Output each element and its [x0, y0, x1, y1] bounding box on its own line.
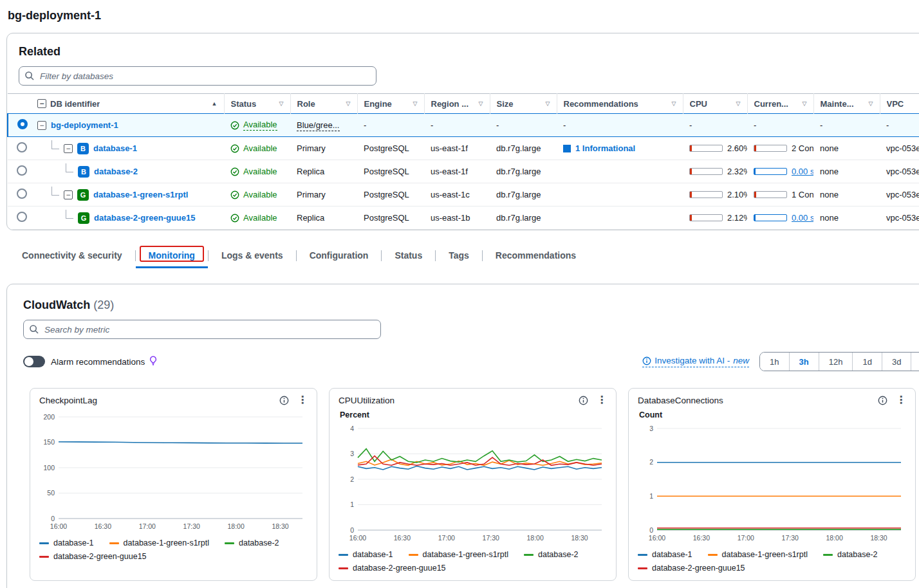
column-filter-icon[interactable]: ▽ — [736, 100, 741, 107]
legend-item: database-1-green-s1rptl — [409, 550, 508, 559]
column-header-vpc[interactable]: VPC — [880, 94, 919, 114]
status-cell: Available — [224, 207, 290, 230]
db-identifier-link[interactable]: database-1 — [93, 143, 137, 153]
column-header-recommendations[interactable]: Recommendations▽ — [557, 94, 683, 114]
tab-recommendations[interactable]: Recommendations — [483, 243, 589, 268]
cpu-gauge — [689, 191, 723, 198]
db-identifier-link[interactable]: database-2 — [94, 167, 138, 176]
radio-button[interactable] — [17, 142, 27, 152]
legend-color-dash — [638, 567, 647, 569]
tab-status[interactable]: Status — [382, 243, 435, 268]
table-row-database-2-green-guue15[interactable]: Gdatabase-2-green-guue15AvailableReplica… — [8, 207, 919, 230]
svg-text:17:00: 17:00 — [438, 534, 455, 542]
time-range-12h[interactable]: 12h — [819, 353, 853, 371]
chart-header: DatabaseConnections⋮ — [638, 395, 906, 405]
column-filter-icon[interactable]: ▽ — [869, 100, 873, 107]
status-cell: Available — [224, 183, 290, 207]
alarm-recommendations-toggle[interactable] — [23, 356, 45, 367]
legend-label: database-2-green-guue15 — [652, 564, 745, 573]
column-header-role[interactable]: Role▽ — [290, 94, 357, 114]
collapse-toggle-icon[interactable]: − — [64, 144, 73, 153]
cloudwatch-heading: CloudWatch (29) — [23, 299, 919, 312]
time-range-1h[interactable]: 1h — [760, 353, 788, 371]
chart-title: CheckpointLag — [39, 396, 97, 405]
time-range-1d[interactable]: 1d — [852, 353, 881, 371]
tab-tags[interactable]: Tags — [436, 243, 482, 268]
sort-ascending-icon[interactable]: ▲ — [212, 100, 218, 107]
svg-text:16:30: 16:30 — [394, 534, 411, 542]
column-filter-icon[interactable]: ▽ — [803, 100, 807, 107]
table-row-database-1[interactable]: −Bdatabase-1AvailablePrimaryPostgreSQLus… — [8, 137, 919, 160]
svg-text:17:30: 17:30 — [183, 522, 200, 530]
column-filter-icon[interactable]: ▽ — [479, 100, 483, 107]
investigate-with-ai-link[interactable]: Investigate with AI - new — [642, 356, 749, 367]
info-icon[interactable] — [279, 396, 289, 405]
sessions-link[interactable]: 0.00 se — [792, 167, 813, 176]
tree-connector-line — [51, 187, 59, 196]
collapse-all-icon[interactable]: − — [37, 99, 46, 108]
menu-dots-icon[interactable]: ⋮ — [597, 395, 607, 405]
column-header-status[interactable]: Status▽ — [224, 94, 290, 114]
alarm-recommendations-label: Alarm recommendations — [51, 357, 145, 367]
svg-text:17:30: 17:30 — [483, 534, 499, 542]
menu-dots-icon[interactable]: ⋮ — [896, 395, 906, 405]
column-header-region[interactable]: Region ...▽ — [424, 94, 490, 114]
cpu-gauge — [689, 214, 723, 221]
table-row-bg-deployment-1[interactable]: −bg-deployment-1AvailableBlue/gree...---… — [8, 114, 919, 137]
cloudwatch-title: CloudWatch — [23, 299, 90, 311]
radio-button[interactable] — [17, 212, 27, 222]
column-header-mainte[interactable]: Mainte...▽ — [813, 94, 880, 114]
column-header-size[interactable]: Size▽ — [490, 94, 557, 114]
legend-color-dash — [708, 554, 718, 556]
column-header-curren[interactable]: Curren...▽ — [747, 94, 813, 114]
column-header-engine[interactable]: Engine▽ — [357, 94, 424, 114]
maintenance-cell: none — [813, 160, 880, 183]
svg-text:100: 100 — [43, 464, 55, 472]
column-header-db-identifier[interactable]: −DB identifier▲ — [31, 94, 224, 114]
cpu-cell: 2.10% — [683, 183, 747, 207]
legend-item: database-1 — [638, 550, 692, 559]
table-row-database-2[interactable]: Bdatabase-2AvailableReplicaPostgreSQLus-… — [8, 160, 919, 183]
table-body: −bg-deployment-1AvailableBlue/gree...---… — [8, 114, 919, 230]
tab-monitoring[interactable]: Monitoring — [136, 243, 208, 268]
recommendation-link[interactable]: 1 Informational — [575, 143, 635, 153]
radio-button[interactable] — [17, 188, 27, 199]
sessions-link[interactable]: 0.00 se — [792, 213, 813, 223]
column-header-cpu[interactable]: CPU▽ — [683, 94, 747, 114]
column-filter-icon[interactable]: ▽ — [672, 100, 676, 107]
vpc-cell: vpc-053ec... — [880, 137, 919, 160]
legend-color-dash — [409, 554, 418, 556]
radio-button[interactable] — [17, 165, 27, 176]
cpu-gauge — [689, 145, 723, 152]
page: bg-deployment-1 Related −DB identifier▲S… — [0, 0, 919, 588]
column-filter-icon[interactable]: ▽ — [346, 100, 351, 107]
status-label: Available — [243, 213, 277, 223]
chart-header: CheckpointLag⋮ — [39, 395, 308, 405]
db-identifier-link[interactable]: database-1-green-s1rptl — [93, 190, 188, 199]
role-cell: Primary — [290, 137, 357, 160]
menu-dots-icon[interactable]: ⋮ — [297, 395, 308, 405]
column-filter-icon[interactable]: ▽ — [546, 100, 550, 107]
table-row-database-1-green-s1rptl[interactable]: −Gdatabase-1-green-s1rptlAvailablePrimar… — [8, 183, 919, 207]
time-range-3h[interactable]: 3h — [789, 353, 819, 371]
tab-configuration[interactable]: Configuration — [297, 243, 382, 268]
time-range-3d[interactable]: 3d — [882, 353, 911, 371]
column-filter-icon[interactable]: ▽ — [413, 100, 418, 107]
svg-text:3: 3 — [350, 450, 354, 457]
collapse-toggle-icon[interactable]: − — [37, 121, 46, 130]
tab-connectivity-security[interactable]: Connectivity & security — [9, 243, 135, 268]
db-identifier-link[interactable]: database-2-green-guue15 — [94, 213, 196, 223]
search-metric-input[interactable] — [23, 320, 381, 339]
env-badge-g: G — [77, 189, 89, 201]
collapse-toggle-icon[interactable]: − — [64, 190, 73, 199]
db-identifier-link[interactable]: bg-deployment-1 — [51, 120, 118, 130]
info-icon[interactable] — [878, 396, 887, 405]
tab-logs-events[interactable]: Logs & events — [209, 243, 296, 268]
info-icon[interactable] — [579, 396, 588, 405]
time-range-1w[interactable]: 1w — [911, 353, 919, 371]
cpu-value: 2.32% — [727, 167, 747, 176]
column-filter-icon[interactable]: ▽ — [279, 100, 284, 107]
column-label: Region ... — [431, 99, 469, 109]
radio-button[interactable] — [17, 119, 28, 129]
filter-databases-input[interactable] — [19, 66, 376, 86]
